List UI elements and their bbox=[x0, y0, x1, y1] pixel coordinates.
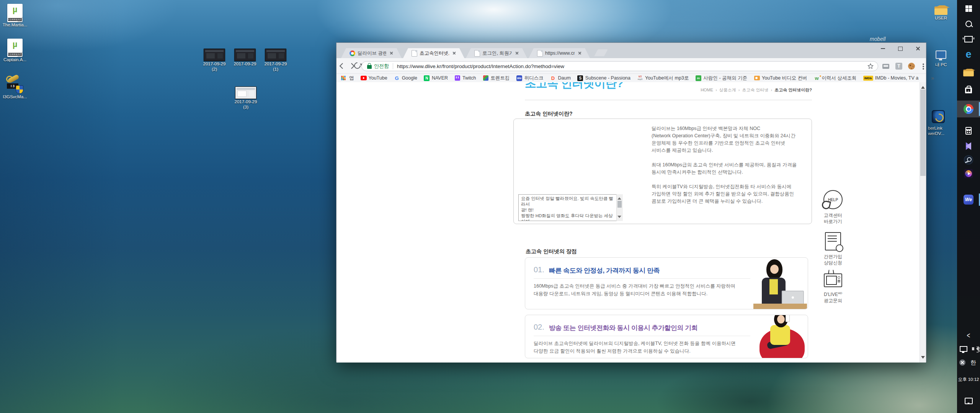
minimize-icon bbox=[881, 48, 885, 49]
scroll-thumb[interactable] bbox=[617, 201, 622, 208]
taskbar-search-button[interactable] bbox=[957, 16, 980, 31]
tab-dlive-gwangran[interactable]: 딜라이브 광랜플러스 - G bbox=[341, 48, 402, 58]
volume-icon[interactable] bbox=[972, 347, 974, 350]
extension-screencard[interactable] bbox=[882, 62, 890, 70]
page-scrollbar[interactable] bbox=[920, 82, 926, 363]
network-icon[interactable] bbox=[960, 346, 967, 352]
bookmark-apps[interactable]: 앱 bbox=[341, 75, 354, 81]
taskbar-store[interactable] bbox=[957, 83, 980, 98]
scroll-down-icon[interactable] bbox=[921, 356, 925, 361]
twitch-icon bbox=[455, 75, 460, 81]
desktop-icon-label: The.Martia... bbox=[3, 22, 28, 28]
desktop-icon-i3gsvc[interactable]: I 3 I3GSvcMa... bbox=[2, 76, 28, 99]
bookmark-youtube[interactable]: YouTube bbox=[361, 75, 387, 81]
tray-status-icons bbox=[957, 343, 980, 355]
extension-cookie[interactable] bbox=[907, 62, 916, 70]
forward-button[interactable] bbox=[348, 63, 354, 69]
tab-internet-product-active[interactable]: 초고속인터넷, 상품소개 bbox=[403, 48, 464, 58]
clock-label: 오후 10:12 bbox=[958, 377, 979, 382]
tab-close-icon[interactable] bbox=[514, 50, 520, 56]
breadcrumb-internet[interactable]: 초고속 인터넷 bbox=[742, 88, 768, 92]
desktop-icon-torrent-captain[interactable]: µ TORRENT Captain.A... bbox=[3, 39, 27, 62]
tab-close-icon[interactable] bbox=[451, 50, 457, 56]
taskbar-media-player[interactable] bbox=[957, 166, 980, 181]
speech-textarea[interactable]: 요즘 인터넷 정말 빨라졌어요. 빛의 속도만큼 빨라서 광! 랜! 짱짱한 H… bbox=[518, 194, 622, 221]
scroll-up-icon[interactable] bbox=[921, 84, 925, 89]
taskbar-steam[interactable] bbox=[957, 152, 980, 167]
bookmark-torrentkim[interactable]: 토렌트킴 bbox=[483, 75, 510, 81]
tray-hidden-icons[interactable]: < bbox=[957, 329, 980, 341]
desktop-icon-user-folder[interactable]: USER bbox=[926, 5, 956, 21]
taskbar-clock[interactable]: 오후 10:12 bbox=[957, 374, 980, 385]
desktop-icon-label-sub: (2) bbox=[212, 67, 217, 72]
quickmenu-ad-inquiry[interactable]: D'LIVEAD 광고문의 bbox=[817, 269, 849, 304]
desktop-icon-screenshot-1[interactable]: 2017-09-29(1) bbox=[260, 49, 292, 72]
bookmark-ytconverter[interactable]: YouTube 비디오 컨버 bbox=[754, 75, 807, 81]
desktop-icon-my-pc[interactable]: 내 PC bbox=[926, 50, 956, 67]
bookmark-naver[interactable]: NNAVER bbox=[424, 75, 448, 81]
bookmark-subscene[interactable]: SSubscene - Passiona bbox=[577, 75, 630, 81]
desktop-icon-screenshot-3[interactable]: 2017-09-29(3) bbox=[230, 86, 262, 110]
taskbar-file-explorer[interactable] bbox=[957, 65, 980, 80]
tab-cnm-cable[interactable]: https://www.cnm-cable.c bbox=[529, 48, 590, 58]
bookmarks-overflow-chevron[interactable]: » bbox=[931, 75, 934, 81]
notification-center-button[interactable] bbox=[957, 395, 980, 407]
breadcrumb-products[interactable]: 상품소개 bbox=[719, 88, 736, 92]
desktop-icon-screenshot-0[interactable]: 2017-09-29 bbox=[229, 49, 261, 67]
ime-close-icon[interactable] bbox=[959, 359, 965, 366]
scroll-down-icon[interactable] bbox=[617, 216, 621, 220]
bookmark-saramin[interactable]: in사람인 - 공채의 기준 bbox=[695, 75, 747, 81]
quickmenu-signup-consult[interactable]: 간편가입 상담신청 bbox=[817, 232, 849, 266]
window-close-button[interactable] bbox=[912, 44, 924, 54]
tab-login[interactable]: 로그인, 회원가입 - (주)딜 bbox=[466, 48, 527, 58]
window-maximize-button[interactable] bbox=[895, 44, 906, 54]
omnibox-divider bbox=[393, 63, 393, 69]
scroll-up-icon[interactable] bbox=[617, 195, 621, 200]
bookmark-daum[interactable]: DDaum bbox=[550, 75, 571, 81]
bookmark-resume[interactable]: w이력서 상세조회 bbox=[814, 75, 857, 81]
ime-korean-indicator[interactable]: 한 bbox=[970, 359, 976, 366]
notification-icon bbox=[965, 398, 973, 404]
naver-icon: N bbox=[424, 75, 430, 81]
page-favicon bbox=[537, 50, 543, 57]
bookmark-ytmp3[interactable]: YTmp3YouTube에서 mp3로 bbox=[637, 75, 689, 81]
textarea-scrollbar[interactable] bbox=[616, 194, 623, 221]
tab-close-icon[interactable] bbox=[577, 50, 583, 56]
taskbar-kmplayer[interactable] bbox=[957, 138, 980, 154]
bookmark-google[interactable]: GGoogle bbox=[394, 75, 417, 81]
scroll-thumb[interactable] bbox=[920, 89, 926, 176]
extension-t[interactable]: T bbox=[895, 62, 903, 70]
browser-menu-button[interactable] bbox=[919, 62, 928, 70]
task-view-button[interactable] bbox=[957, 31, 980, 47]
reload-button[interactable] bbox=[353, 61, 362, 70]
bookmark-wedisk[interactable]: We위디스크 bbox=[516, 75, 544, 81]
back-button[interactable] bbox=[339, 63, 345, 69]
new-tab-button[interactable] bbox=[594, 49, 608, 56]
taskbar-calculator[interactable] bbox=[957, 123, 980, 138]
desktop-icon-cyberlink[interactable]: berLink werDV... bbox=[928, 110, 957, 136]
bookmark-star-icon[interactable] bbox=[867, 63, 874, 70]
breadcrumb-home[interactable]: HOME bbox=[701, 88, 713, 92]
tab-close-icon[interactable] bbox=[389, 50, 395, 56]
window-minimize-button[interactable] bbox=[877, 44, 889, 54]
start-button[interactable] bbox=[957, 1, 980, 16]
page-viewport: 초고속 인터넷이란? HOME›상품소개›초고속 인터넷›초고속 인터넷이란? … bbox=[336, 82, 926, 363]
bookmark-imdb[interactable]: IMDbIMDb - Movies, TV a bbox=[863, 75, 919, 81]
torrentkim-icon bbox=[483, 75, 488, 81]
bookmark-twitch[interactable]: Twitch bbox=[454, 75, 476, 81]
taskbar-edge[interactable]: e bbox=[957, 47, 980, 62]
powerdvd-icon bbox=[932, 110, 945, 123]
ad-superscript: AD bbox=[838, 291, 842, 295]
quickmenu-customer-center[interactable]: HELP 고객센터 바로가기 bbox=[817, 190, 849, 224]
taskbar-chrome-active[interactable] bbox=[957, 101, 980, 117]
saramin-icon: in bbox=[696, 75, 701, 81]
taskbar-wedisk[interactable]: We bbox=[957, 192, 980, 207]
help-phone-icon: HELP bbox=[823, 190, 843, 209]
imdb-icon: IMDb bbox=[863, 76, 873, 81]
desktop-icon-torrent-martian[interactable]: µ TORRENT The.Martia... bbox=[3, 4, 27, 28]
url-text[interactable]: https://www.dlive.kr/front/product/produ… bbox=[397, 63, 867, 69]
desktop-icon-label: berLink bbox=[928, 126, 942, 130]
security-chip[interactable]: 안전함 bbox=[374, 63, 389, 70]
desktop-icon-screenshot-2[interactable]: 2017-09-29(2) bbox=[198, 49, 230, 72]
address-bar[interactable]: 안전함 https://www.dlive.kr/front/product/p… bbox=[361, 61, 878, 71]
